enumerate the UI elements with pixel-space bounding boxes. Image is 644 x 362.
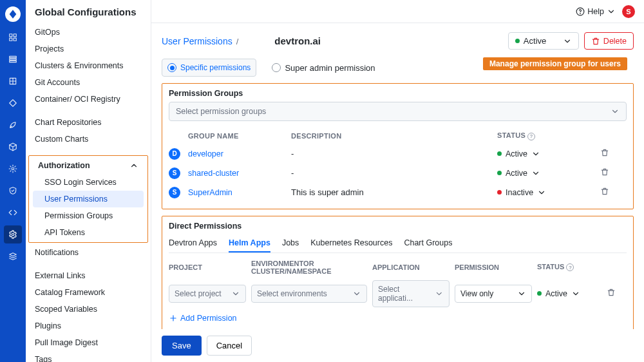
breadcrumb-current: devtron.ai (274, 35, 321, 46)
user-status-select[interactable]: Active (508, 32, 579, 50)
sidebar-item-plugins[interactable]: Plugins (26, 318, 151, 334)
rail-dashboard-icon[interactable] (4, 28, 22, 46)
group-description: - (291, 149, 497, 158)
save-button[interactable]: Save (162, 336, 202, 356)
sidebar-item-user-permissions[interactable]: User Permissions (33, 191, 144, 207)
permission-select[interactable]: View only (455, 285, 532, 303)
sidebar-item-custom-charts[interactable]: Custom Charts (26, 131, 151, 148)
svg-rect-3 (14, 38, 16, 41)
sidebar-item-notifications[interactable]: Notifications (26, 244, 151, 261)
radio-specific-permissions[interactable]: Specific permissions (162, 59, 256, 77)
permission-group-row: D developer - Active (169, 144, 627, 164)
group-status-toggle[interactable]: Inactive (497, 188, 600, 197)
svg-point-8 (12, 167, 14, 170)
delete-group-button[interactable] (600, 167, 626, 178)
topbar: Help S (151, 0, 644, 23)
help-menu[interactable]: Help (576, 7, 616, 16)
group-status-toggle[interactable]: Active (497, 149, 600, 158)
chevron-up-icon (129, 161, 138, 170)
tab-chart-groups[interactable]: Chart Groups (404, 234, 452, 252)
rail-diamond-icon[interactable] (4, 94, 22, 112)
info-icon[interactable]: ? (566, 263, 574, 271)
row-status-toggle[interactable]: Active (537, 289, 601, 298)
svg-rect-6 (10, 61, 17, 62)
chevron-down-icon (607, 7, 616, 16)
rail-rocket-icon[interactable] (4, 116, 22, 134)
page-title: Global Configurations (26, 0, 151, 24)
chevron-down-icon (563, 37, 572, 46)
col-status: STATUS? (497, 131, 600, 140)
sidebar-item-chart-repositories[interactable]: Chart Repositories (26, 114, 151, 131)
rail-code-icon[interactable] (4, 204, 22, 222)
sidebar-group-authorization[interactable]: Authorization (29, 157, 147, 174)
status-dot-icon (515, 39, 520, 43)
rail-settings-icon[interactable] (4, 225, 22, 243)
cancel-button[interactable]: Cancel (207, 336, 252, 356)
tab-devtron-apps[interactable]: Devtron Apps (169, 234, 217, 252)
application-select[interactable]: Select applicati... (372, 280, 450, 307)
group-name-link[interactable]: developer (188, 149, 291, 158)
rail-sparkle-icon[interactable] (4, 160, 22, 178)
delete-group-button[interactable] (600, 148, 626, 159)
sidebar-item-pull-image-digest[interactable]: Pull Image Digest (26, 334, 151, 351)
authorization-group-highlight: Authorization SSO Login ServicesUser Per… (28, 155, 148, 243)
delete-group-button[interactable] (600, 187, 626, 198)
group-description: This is super admin (291, 187, 497, 197)
svg-rect-0 (10, 34, 12, 37)
permission-groups-select[interactable]: Select permission groups (169, 102, 627, 121)
group-badge: S (169, 167, 180, 179)
rail-cube-icon[interactable] (4, 138, 22, 156)
main-content: User Permissions / devtron.ai Active Del… (151, 23, 644, 362)
group-name-link[interactable]: shared-cluster (188, 169, 291, 178)
sidebar-item-external-links[interactable]: External Links (26, 267, 151, 284)
permission-group-row: S shared-cluster - Active (169, 164, 627, 183)
sidebar-item-sso-login-services[interactable]: SSO Login Services (29, 174, 147, 191)
project-select[interactable]: Select project (169, 285, 246, 303)
rail-apps-icon[interactable] (4, 50, 22, 68)
tab-jobs[interactable]: Jobs (282, 234, 299, 252)
sidebar-item-git-accounts[interactable]: Git Accounts (26, 74, 151, 91)
info-icon[interactable]: ? (527, 133, 535, 140)
settings-sidebar: Global Configurations GitOpsProjectsClus… (26, 0, 151, 362)
sidebar-item-permission-groups[interactable]: Permission Groups (29, 207, 147, 224)
sidebar-item-clusters-environments[interactable]: Clusters & Environments (26, 57, 151, 74)
sidebar-item-api-tokens[interactable]: API Tokens (29, 224, 147, 241)
app-logo[interactable] (5, 6, 21, 22)
breadcrumb: User Permissions / devtron.ai (162, 35, 321, 46)
trash-icon (591, 37, 600, 46)
sidebar-item-container-oci-registry[interactable]: Container/ OCI Registry (26, 91, 151, 108)
sidebar-item-catalog-framework[interactable]: Catalog Framework (26, 284, 151, 301)
chevron-down-icon (611, 107, 620, 116)
nav-rail (0, 0, 26, 362)
rail-grid-icon[interactable] (4, 72, 22, 90)
breadcrumb-parent-link[interactable]: User Permissions (162, 36, 232, 46)
direct-permissions-section: Direct Permissions Devtron AppsHelm Apps… (162, 216, 634, 341)
tab-helm-apps[interactable]: Helm Apps (229, 234, 270, 252)
user-avatar[interactable]: S (622, 5, 635, 18)
rail-shield-icon[interactable] (4, 182, 22, 200)
group-status-toggle[interactable]: Active (497, 169, 600, 178)
svg-rect-2 (10, 38, 12, 41)
radio-super-admin[interactable]: Super admin permission (272, 59, 375, 77)
sidebar-item-gitops[interactable]: GitOps (26, 24, 151, 41)
sidebar-item-scoped-variables[interactable]: Scoped Variables (26, 301, 151, 318)
environment-select[interactable]: Select environments (251, 285, 367, 303)
group-name-link[interactable]: SuperAdmin (188, 188, 291, 197)
permission-groups-section: Permission Groups Select permission grou… (162, 83, 634, 209)
svg-rect-1 (14, 34, 16, 37)
sidebar-item-tags[interactable]: Tags (26, 351, 151, 362)
help-icon (576, 7, 585, 16)
rail-stack-icon[interactable] (4, 247, 22, 265)
group-badge: D (169, 148, 180, 160)
delete-button[interactable]: Delete (584, 32, 634, 50)
group-badge: S (169, 187, 180, 198)
svg-rect-4 (10, 56, 17, 57)
svg-rect-5 (10, 59, 17, 60)
group-description: - (291, 168, 497, 178)
footer-actions: Save Cancel (151, 329, 644, 362)
callout-permission-groups: Manage permission group for users (483, 57, 627, 70)
sidebar-item-projects[interactable]: Projects (26, 41, 151, 57)
add-permission-button[interactable]: Add Permission (169, 314, 627, 323)
delete-row-button[interactable] (607, 288, 632, 299)
tab-kubernetes-resources[interactable]: Kubernetes Resources (310, 234, 392, 252)
